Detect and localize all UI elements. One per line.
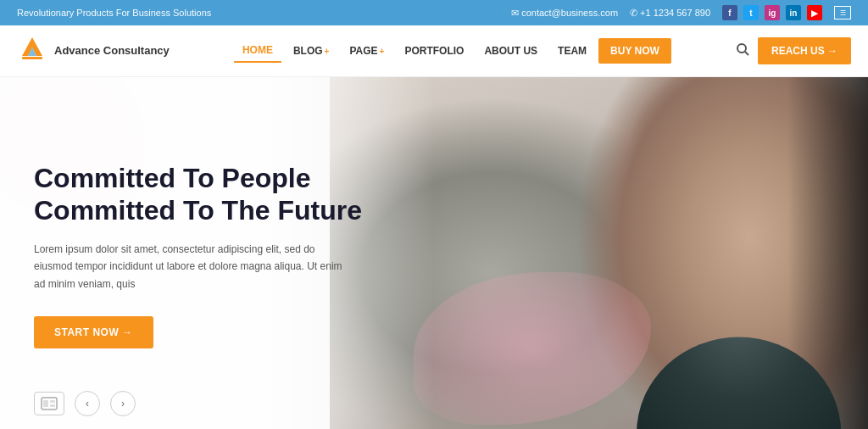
svg-rect-8: [50, 404, 55, 407]
nav-item-portfolio[interactable]: PORTFOLIO: [396, 40, 472, 62]
start-now-button[interactable]: START NOW →: [34, 316, 153, 348]
tagline-text: Revolutionary Products For Business Solu…: [17, 8, 211, 18]
phone-text: +1 1234 567 890: [640, 8, 710, 18]
logo-icon: [17, 34, 47, 68]
svg-rect-6: [43, 400, 48, 407]
topbar-box-icon: ☰: [834, 6, 851, 20]
slide-thumbnail-icon: [34, 392, 64, 415]
buy-now-button[interactable]: BUY NOW: [598, 38, 671, 64]
reach-us-button[interactable]: REACH US →: [758, 37, 851, 64]
hero-subtitle: Lorem ipsum dolor sit amet, consectetur …: [34, 241, 356, 292]
search-button[interactable]: [736, 42, 749, 59]
main-nav: HOME BLOG + PAGE + PORTFOLIO ABOUT US TE…: [234, 38, 671, 64]
phone-icon: ✆: [630, 8, 640, 18]
nav-item-home[interactable]: HOME: [234, 39, 281, 63]
logo-name: Advance Consultancy: [54, 44, 170, 58]
header-actions: REACH US →: [736, 37, 851, 64]
hero-section: Committed To People Committed To The Fut…: [0, 77, 868, 429]
nav-item-about[interactable]: ABOUT US: [476, 40, 546, 62]
facebook-icon[interactable]: f: [722, 5, 737, 20]
twitter-icon[interactable]: t: [743, 5, 759, 20]
nav-plus-page: +: [380, 47, 385, 56]
top-bar-tagline-area: Revolutionary Products For Business Solu…: [17, 8, 211, 18]
nav-item-blog[interactable]: BLOG +: [285, 40, 338, 62]
nav-item-page[interactable]: PAGE +: [341, 40, 392, 62]
slide-prev-button[interactable]: ‹: [75, 391, 100, 416]
email-icon: ✉: [511, 8, 521, 18]
youtube-icon[interactable]: ▶: [807, 5, 822, 20]
svg-rect-7: [50, 400, 55, 403]
instagram-icon[interactable]: ig: [765, 5, 780, 20]
top-bar: Revolutionary Products For Business Solu…: [0, 0, 868, 25]
header: Advance Consultancy HOME BLOG + PAGE + P…: [0, 25, 868, 77]
hero-content: Committed To People Committed To The Fut…: [34, 162, 362, 348]
slide-next-button[interactable]: ›: [110, 391, 136, 416]
email-area: ✉ contact@business.com: [511, 8, 618, 19]
social-links: f t ig in ▶: [722, 5, 822, 20]
svg-rect-2: [22, 57, 42, 59]
email-text: contact@business.com: [521, 8, 618, 18]
contact-info: ✉ contact@business.com ✆ +1 1234 567 890: [511, 8, 710, 19]
hero-controls: ‹ ›: [34, 391, 136, 416]
svg-line-4: [745, 52, 748, 55]
nav-plus-blog: +: [325, 47, 330, 56]
svg-point-3: [737, 44, 746, 53]
phone-area: ✆ +1 1234 567 890: [630, 8, 710, 19]
linkedin-icon[interactable]: in: [786, 5, 801, 20]
logo[interactable]: Advance Consultancy: [17, 34, 170, 68]
top-bar-right: ✉ contact@business.com ✆ +1 1234 567 890…: [511, 5, 851, 20]
hero-title: Committed To People Committed To The Fut…: [34, 162, 362, 227]
nav-item-team[interactable]: TEAM: [549, 40, 595, 62]
